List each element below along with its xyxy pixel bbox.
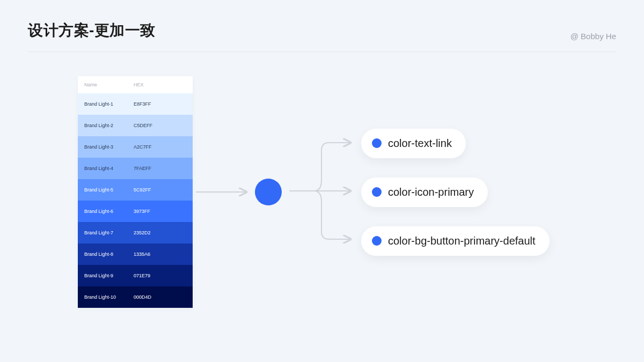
page-title: 设计方案-更加一致 bbox=[28, 20, 156, 41]
palette-row-hex: 5C92FF bbox=[134, 187, 151, 193]
palette-row-name: Brand Light-6 bbox=[84, 209, 134, 214]
palette-row-hex: 000D4D bbox=[134, 294, 151, 300]
palette-row: Brand Light-1E8F3FF bbox=[78, 93, 193, 115]
palette-row-hex: C5DEFF bbox=[134, 123, 152, 128]
palette-row-hex: 3973FF bbox=[134, 209, 150, 214]
palette-row-name: Brand Light-2 bbox=[84, 123, 134, 128]
token-list: color-text-linkcolor-icon-primarycolor-b… bbox=[361, 129, 550, 256]
palette-row-name: Brand Light-4 bbox=[84, 166, 134, 171]
palette-row: Brand Light-81335A6 bbox=[78, 243, 193, 265]
palette-row-name: Brand Light-8 bbox=[84, 252, 134, 257]
color-palette-table: Name HEX Brand Light-1E8F3FFBrand Light-… bbox=[78, 76, 193, 308]
palette-row-name: Brand Light-7 bbox=[84, 230, 134, 235]
palette-header-name: Name bbox=[84, 82, 134, 87]
token-label: color-text-link bbox=[388, 137, 452, 150]
palette-row-name: Brand Light-3 bbox=[84, 144, 134, 150]
palette-row-name: Brand Light-9 bbox=[84, 273, 134, 278]
palette-row: Brand Light-47FAEFF bbox=[78, 158, 193, 179]
palette-row-name: Brand Light-5 bbox=[84, 187, 134, 193]
primary-color-swatch bbox=[255, 179, 282, 205]
palette-row: Brand Light-9071E79 bbox=[78, 265, 193, 286]
token-pill: color-icon-primary bbox=[361, 178, 488, 207]
palette-row-hex: 1335A6 bbox=[134, 252, 150, 257]
palette-row: Brand Light-2C5DEFF bbox=[78, 115, 193, 136]
token-pill: color-bg-button-primary-default bbox=[361, 226, 550, 256]
palette-row: Brand Light-72352D2 bbox=[78, 222, 193, 243]
palette-row-hex: A2C7FF bbox=[134, 144, 152, 150]
palette-row: Brand Light-3A2C7FF bbox=[78, 136, 193, 158]
arrow-fanout bbox=[289, 127, 354, 257]
palette-row-hex: 2352D2 bbox=[134, 230, 151, 235]
token-color-dot bbox=[372, 187, 382, 197]
palette-row-name: Brand Light-10 bbox=[84, 294, 134, 300]
header-divider bbox=[28, 51, 616, 52]
palette-row: Brand Light-10000D4D bbox=[78, 286, 193, 308]
palette-row: Brand Light-63973FF bbox=[78, 201, 193, 222]
palette-row-name: Brand Light-1 bbox=[84, 101, 134, 107]
token-color-dot bbox=[372, 138, 382, 148]
token-color-dot bbox=[372, 236, 382, 246]
palette-row-hex: E8F3FF bbox=[134, 101, 151, 107]
token-pill: color-text-link bbox=[361, 129, 466, 158]
author-credit: @ Bobby He bbox=[570, 32, 616, 41]
palette-row: Brand Light-55C92FF bbox=[78, 179, 193, 201]
palette-header-row: Name HEX bbox=[78, 76, 193, 93]
token-label: color-icon-primary bbox=[388, 186, 474, 198]
token-label: color-bg-button-primary-default bbox=[388, 235, 536, 247]
palette-row-hex: 7FAEFF bbox=[134, 166, 151, 171]
arrow-palette-to-swatch bbox=[196, 187, 250, 197]
palette-header-hex: HEX bbox=[134, 82, 144, 87]
palette-row-hex: 071E79 bbox=[134, 273, 150, 278]
